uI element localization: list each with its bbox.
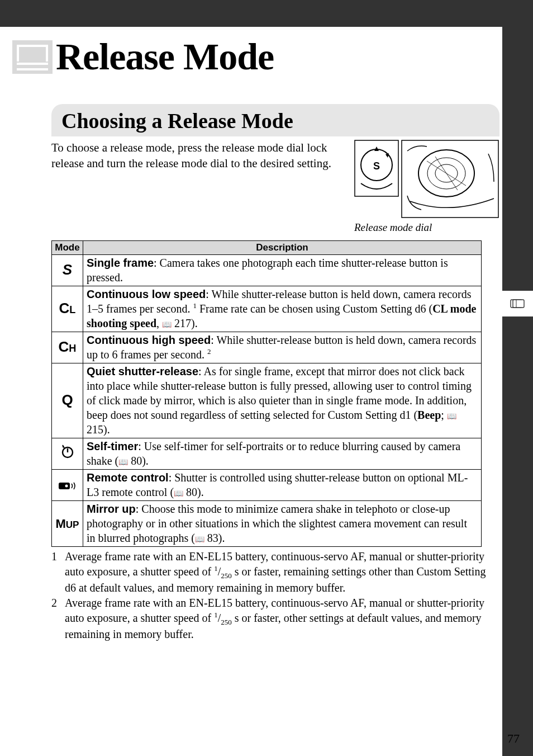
table-row: Remote control: Shutter is controlled us… xyxy=(52,470,482,501)
diagram-caption: Release mode dial xyxy=(354,221,499,234)
page-ref-icon: 📖 xyxy=(118,458,128,466)
page-ref-icon: 📖 xyxy=(174,489,183,498)
table-row: S Single frame: Camera takes one photogr… xyxy=(52,255,482,286)
mode-desc-timer: Self-timer: Use self-timer for self-port… xyxy=(83,438,482,470)
mode-icon-mup: MUP xyxy=(55,517,79,531)
page-ref-icon: 📖 xyxy=(447,412,456,420)
page-ref-icon: 📖 xyxy=(162,320,172,329)
table-row: CH Continuous high speed: While shutter-… xyxy=(52,332,482,363)
remote-control-icon xyxy=(58,481,77,491)
table-row: Self-timer: Use self-timer for self-port… xyxy=(52,438,482,470)
diagram-container: S Release mode dial xyxy=(354,140,499,234)
footnotes: 1 Average frame rate with an EN-EL15 bat… xyxy=(51,549,499,641)
page-ref-icon: 📖 xyxy=(195,535,204,544)
mode-desc-cl: Continuous low speed: While shutter-rele… xyxy=(83,286,482,332)
svg-point-17 xyxy=(65,485,68,488)
section-heading-container: Choosing a Release Mode xyxy=(51,104,499,136)
table-header-description: Description xyxy=(83,241,482,255)
table-row: CL Continuous low speed: While shutter-r… xyxy=(52,286,482,332)
table-row: MUP Mirror up: Choose this mode to minim… xyxy=(52,501,482,547)
table-header-mode: Mode xyxy=(52,241,83,255)
mode-desc-mup: Mirror up: Choose this mode to minimize … xyxy=(83,501,482,547)
mode-icon-single: S xyxy=(63,261,72,278)
footnote-2: 2 Average frame rate with an EN-EL15 bat… xyxy=(51,596,499,642)
svg-line-15 xyxy=(63,445,64,448)
top-dark-bar xyxy=(0,0,533,27)
footnote-1: 1 Average frame rate with an EN-EL15 bat… xyxy=(51,549,499,596)
chapter-title: Release Mode xyxy=(56,35,274,79)
svg-text:S: S xyxy=(373,160,380,172)
mode-icon-ch: CH xyxy=(59,338,77,355)
svg-rect-16 xyxy=(59,483,70,489)
section-heading: Choosing a Release Mode xyxy=(51,104,499,136)
self-timer-icon xyxy=(60,444,75,459)
page-number: 77 xyxy=(507,731,520,746)
mode-desc-quiet: Quiet shutter-release: As for single fra… xyxy=(83,363,482,438)
release-mode-dial-diagram: S xyxy=(354,140,499,218)
mode-desc-remote: Remote control: Shutter is controlled us… xyxy=(83,470,482,501)
chapter-icon xyxy=(12,40,53,74)
mode-desc-single: Single frame: Camera takes one photograp… xyxy=(83,255,482,286)
intro-paragraph: To choose a release mode, press the rele… xyxy=(51,140,348,234)
table-row: Q Quiet shutter-release: As for single f… xyxy=(52,363,482,438)
mode-desc-ch: Continuous high speed: While shutter-rel… xyxy=(83,332,482,363)
chapter-header: Release Mode xyxy=(0,46,533,92)
release-modes-table: Mode Description S Single frame: Camera … xyxy=(51,240,482,547)
mode-icon-cl: CL xyxy=(59,300,76,316)
mode-icon-quiet: Q xyxy=(61,391,73,408)
